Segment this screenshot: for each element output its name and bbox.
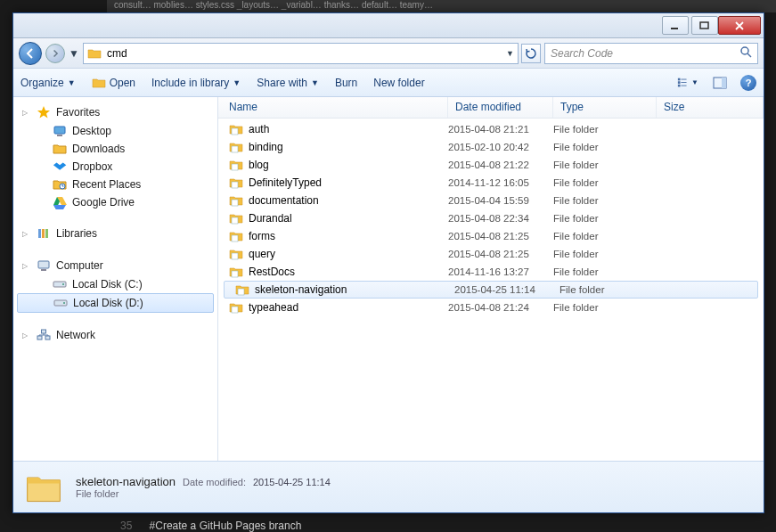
svg-rect-26	[232, 128, 238, 135]
item-icon	[53, 124, 67, 138]
forward-button[interactable]	[45, 44, 65, 63]
sidebar-item-desktop[interactable]: Desktop	[13, 122, 217, 140]
include-library-menu[interactable]: Include in library▼	[151, 77, 241, 89]
file-row[interactable]: query2015-04-08 21:25File folder	[218, 245, 764, 263]
file-date: 2015-04-08 21:24	[448, 302, 553, 313]
burn-button[interactable]: Burn	[335, 77, 357, 89]
explorer-window: ▼ ▼ Search Code Organize▼ Open Include i…	[12, 12, 764, 513]
item-icon	[53, 195, 67, 209]
organize-menu[interactable]: Organize▼	[20, 77, 76, 89]
col-size[interactable]: Size	[657, 97, 764, 118]
file-row[interactable]: blog2015-04-08 21:22File folder	[218, 156, 764, 174]
refresh-button[interactable]	[521, 44, 541, 63]
column-headers: Name Date modified Type Size	[218, 97, 764, 119]
svg-rect-24	[45, 336, 50, 340]
file-row[interactable]: forms2015-04-08 21:25File folder	[218, 227, 764, 245]
svg-rect-14	[38, 229, 41, 238]
address-dropdown-icon[interactable]: ▼	[506, 49, 514, 58]
file-row[interactable]: DefinitelyTyped2014-11-12 16:05File fold…	[218, 174, 764, 192]
col-date[interactable]: Date modified	[448, 97, 553, 118]
svg-rect-10	[722, 78, 726, 88]
file-row[interactable]: binding2015-02-10 20:42File folder	[218, 138, 764, 156]
col-type[interactable]: Type	[553, 97, 657, 118]
file-name: skeleton-navigation	[255, 283, 347, 296]
svg-rect-12	[57, 135, 62, 136]
network-group[interactable]: Network	[13, 325, 217, 345]
svg-rect-23	[37, 336, 42, 340]
nav-pane: Favorites DesktopDownloadsDropboxRecent …	[13, 97, 218, 461]
svg-rect-31	[232, 217, 238, 224]
file-row[interactable]: typeahead2015-04-08 21:24File folder	[218, 299, 764, 316]
history-dropdown[interactable]: ▼	[69, 47, 79, 60]
svg-rect-11	[54, 127, 65, 134]
address-bar[interactable]: ▼	[83, 43, 519, 64]
sidebar-item-dropbox[interactable]: Dropbox	[13, 158, 217, 176]
svg-rect-8	[681, 85, 686, 86]
file-row[interactable]: RestDocs2014-11-16 13:27File folder	[218, 263, 764, 281]
search-box[interactable]: Search Code	[544, 43, 758, 64]
col-name[interactable]: Name	[218, 97, 448, 118]
minimize-button[interactable]	[662, 16, 689, 35]
folder-icon	[229, 265, 243, 279]
file-row[interactable]: skeleton-navigation2015-04-25 11:14File …	[224, 281, 758, 299]
view-options-button[interactable]: ▼	[676, 73, 699, 93]
svg-rect-34	[232, 271, 238, 277]
svg-rect-0	[671, 28, 678, 29]
sidebar-item-disk[interactable]: Local Disk (C:)	[13, 275, 217, 293]
help-button[interactable]: ?	[740, 75, 756, 91]
sidebar-item-google-drive[interactable]: Google Drive	[13, 193, 217, 211]
folder-icon	[229, 140, 243, 154]
file-type: File folder	[553, 231, 657, 241]
preview-pane-button[interactable]	[708, 73, 731, 93]
svg-rect-25	[42, 330, 46, 333]
computer-group[interactable]: Computer	[13, 256, 217, 275]
file-date: 2014-11-12 16:05	[448, 177, 553, 188]
address-input[interactable]	[107, 47, 501, 60]
editor-tabs-hint: consult… moblies… styles.css _layouts… _…	[107, 0, 776, 12]
item-icon	[53, 177, 67, 192]
favorites-group[interactable]: Favorites	[13, 102, 217, 122]
libraries-group[interactable]: Libraries	[13, 224, 217, 243]
file-type: File folder	[553, 195, 657, 206]
file-date: 2015-04-08 21:25	[448, 249, 553, 259]
file-type: File folder	[553, 302, 657, 313]
close-button[interactable]	[718, 16, 761, 35]
details-date: 2015-04-25 11:14	[253, 477, 331, 487]
command-bar: Organize▼ Open Include in library▼ Share…	[13, 69, 764, 97]
details-name: skeleton-navigation	[76, 475, 176, 488]
file-date: 2015-04-25 11:14	[454, 284, 560, 295]
file-date: 2015-04-08 21:22	[448, 160, 553, 170]
file-row[interactable]: Durandal2015-04-08 22:34File folder	[218, 209, 764, 227]
file-name: forms	[249, 230, 275, 242]
titlebar[interactable]	[13, 13, 764, 38]
sidebar-item-label: Downloads	[72, 143, 125, 155]
nav-bar: ▼ ▼ Search Code	[13, 38, 764, 69]
folder-icon	[229, 158, 243, 172]
svg-rect-27	[232, 146, 238, 152]
star-icon	[37, 105, 51, 119]
share-with-menu[interactable]: Share with▼	[257, 77, 319, 89]
svg-rect-35	[238, 289, 244, 295]
folder-icon	[229, 300, 243, 315]
file-type: File folder	[553, 249, 657, 259]
svg-rect-29	[232, 182, 238, 188]
sidebar-item-recent-places[interactable]: Recent Places	[13, 176, 217, 193]
sidebar-item-label: Local Disk (C:)	[72, 278, 143, 291]
back-button[interactable]	[19, 42, 42, 65]
file-row[interactable]: auth2015-04-08 21:21File folder	[218, 120, 764, 138]
svg-rect-20	[62, 283, 64, 285]
new-folder-button[interactable]: New folder	[373, 77, 424, 89]
file-date: 2015-04-04 15:59	[448, 195, 553, 206]
svg-rect-36	[232, 307, 238, 313]
sidebar-item-downloads[interactable]: Downloads	[13, 140, 217, 158]
open-button[interactable]: Open	[92, 76, 135, 90]
item-icon	[53, 142, 67, 156]
file-type: File folder	[560, 284, 663, 295]
folder-icon	[229, 193, 243, 208]
file-row[interactable]: documentation2015-04-04 15:59File folder	[218, 192, 764, 209]
details-pane: skeleton-navigation Date modified: 2015-…	[13, 461, 764, 512]
file-rows: auth2015-04-08 21:21File folderbinding20…	[218, 119, 764, 461]
maximize-button[interactable]	[691, 16, 718, 35]
sidebar-item-disk[interactable]: Local Disk (D:)	[17, 293, 214, 313]
svg-rect-17	[38, 261, 49, 268]
